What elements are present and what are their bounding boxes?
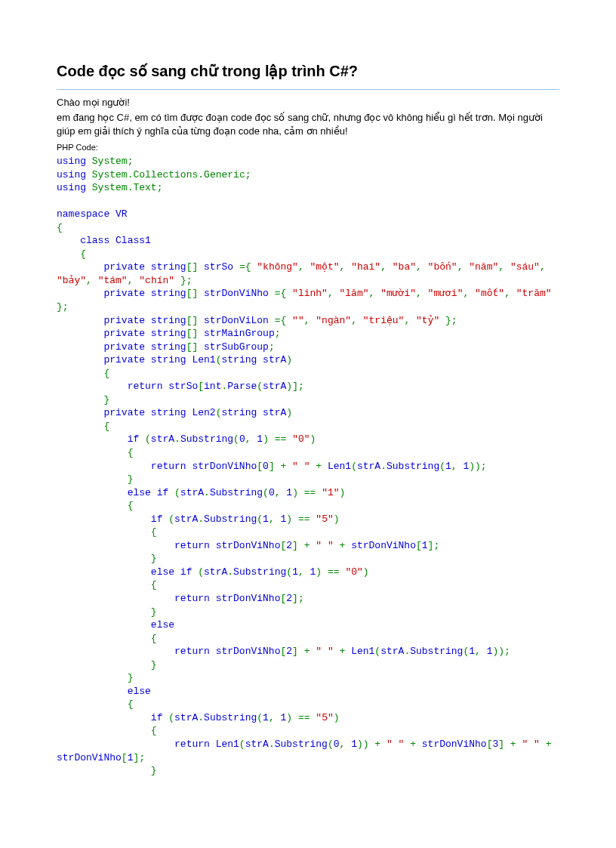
divider xyxy=(57,89,559,90)
code-label: PHP Code: xyxy=(57,142,559,153)
intro-line-2: em đang học C#, em có tìm được đoạn code… xyxy=(57,111,559,138)
code-block: using System;using System.Collections.Ge… xyxy=(57,155,559,778)
intro-line-1: Chào mọi người! xyxy=(57,96,559,109)
page-title: Code đọc số sang chữ trong lập trình C#? xyxy=(57,60,559,82)
